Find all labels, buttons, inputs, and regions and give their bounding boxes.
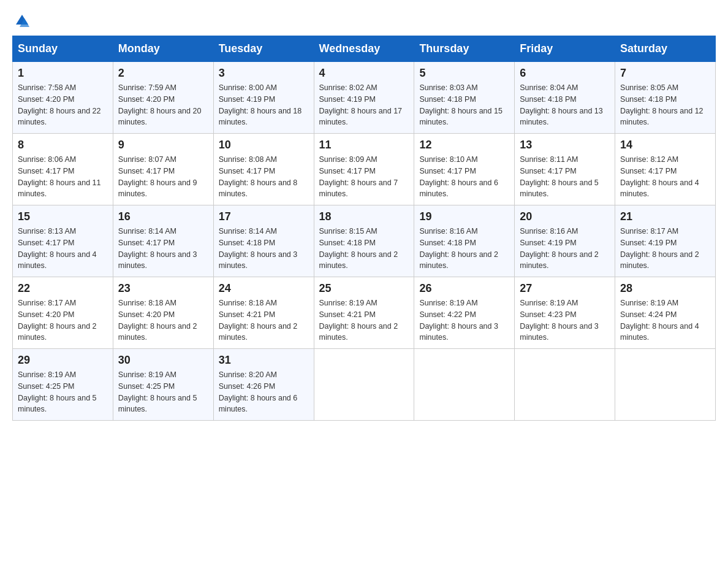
day-of-week-header: Tuesday xyxy=(213,36,314,62)
day-number: 24 xyxy=(219,282,309,295)
day-of-week-header: Sunday xyxy=(13,36,113,62)
calendar-day-cell: 15Sunrise: 8:13 AMSunset: 4:17 PMDayligh… xyxy=(13,205,113,277)
day-number: 22 xyxy=(18,282,108,295)
day-info: Sunrise: 7:59 AMSunset: 4:20 PMDaylight:… xyxy=(118,82,208,128)
day-info: Sunrise: 8:09 AMSunset: 4:17 PMDaylight:… xyxy=(319,154,409,200)
calendar-day-cell: 12Sunrise: 8:10 AMSunset: 4:17 PMDayligh… xyxy=(414,134,515,205)
day-info: Sunrise: 8:19 AMSunset: 4:25 PMDaylight:… xyxy=(18,369,108,415)
day-number: 17 xyxy=(219,210,309,223)
day-number: 20 xyxy=(520,210,610,223)
calendar-day-cell: 23Sunrise: 8:18 AMSunset: 4:20 PMDayligh… xyxy=(113,277,213,349)
calendar-day-cell: 30Sunrise: 8:19 AMSunset: 4:25 PMDayligh… xyxy=(113,349,213,421)
day-info: Sunrise: 8:11 AMSunset: 4:17 PMDaylight:… xyxy=(520,154,610,200)
day-number: 4 xyxy=(319,67,409,80)
calendar-day-cell: 4Sunrise: 8:02 AMSunset: 4:19 PMDaylight… xyxy=(314,62,414,134)
day-number: 30 xyxy=(118,354,208,367)
day-info: Sunrise: 8:08 AMSunset: 4:17 PMDaylight:… xyxy=(219,154,309,200)
day-number: 31 xyxy=(219,354,309,367)
day-info: Sunrise: 8:19 AMSunset: 4:23 PMDaylight:… xyxy=(520,297,610,343)
day-of-week-header: Monday xyxy=(113,36,213,62)
day-of-week-header: Wednesday xyxy=(314,36,414,62)
day-info: Sunrise: 8:18 AMSunset: 4:20 PMDaylight:… xyxy=(118,297,208,343)
calendar-day-cell: 29Sunrise: 8:19 AMSunset: 4:25 PMDayligh… xyxy=(13,349,113,421)
calendar-day-cell: 28Sunrise: 8:19 AMSunset: 4:24 PMDayligh… xyxy=(615,277,716,349)
day-info: Sunrise: 8:05 AMSunset: 4:18 PMDaylight:… xyxy=(620,82,710,128)
day-number: 5 xyxy=(419,67,509,80)
day-of-week-header: Friday xyxy=(515,36,615,62)
calendar-day-cell: 31Sunrise: 8:20 AMSunset: 4:26 PMDayligh… xyxy=(213,349,314,421)
day-number: 16 xyxy=(118,210,208,223)
day-number: 9 xyxy=(118,139,208,151)
day-info: Sunrise: 8:17 AMSunset: 4:20 PMDaylight:… xyxy=(18,297,108,343)
day-number: 12 xyxy=(419,139,509,151)
day-number: 2 xyxy=(118,67,208,80)
day-number: 14 xyxy=(620,139,710,151)
day-number: 21 xyxy=(620,210,710,223)
day-info: Sunrise: 8:12 AMSunset: 4:17 PMDaylight:… xyxy=(620,154,710,200)
day-info: Sunrise: 8:03 AMSunset: 4:18 PMDaylight:… xyxy=(419,82,509,128)
day-of-week-header: Saturday xyxy=(615,36,716,62)
day-number: 29 xyxy=(18,354,108,367)
calendar-day-cell: 6Sunrise: 8:04 AMSunset: 4:18 PMDaylight… xyxy=(515,62,615,134)
day-number: 28 xyxy=(620,282,710,295)
day-info: Sunrise: 8:00 AMSunset: 4:19 PMDaylight:… xyxy=(219,82,309,128)
calendar-day-cell xyxy=(515,349,615,421)
calendar-day-cell: 11Sunrise: 8:09 AMSunset: 4:17 PMDayligh… xyxy=(314,134,414,205)
logo xyxy=(12,12,32,29)
day-number: 27 xyxy=(520,282,610,295)
calendar-week-row: 22Sunrise: 8:17 AMSunset: 4:20 PMDayligh… xyxy=(13,277,716,349)
day-number: 6 xyxy=(520,67,610,80)
calendar-week-row: 8Sunrise: 8:06 AMSunset: 4:17 PMDaylight… xyxy=(13,134,716,205)
day-info: Sunrise: 8:18 AMSunset: 4:21 PMDaylight:… xyxy=(219,297,309,343)
day-number: 15 xyxy=(18,210,108,223)
day-number: 11 xyxy=(319,139,409,151)
calendar-day-cell: 21Sunrise: 8:17 AMSunset: 4:19 PMDayligh… xyxy=(615,205,716,277)
calendar-day-cell: 25Sunrise: 8:19 AMSunset: 4:21 PMDayligh… xyxy=(314,277,414,349)
calendar-day-cell xyxy=(615,349,716,421)
calendar-day-cell: 13Sunrise: 8:11 AMSunset: 4:17 PMDayligh… xyxy=(515,134,615,205)
calendar-day-cell: 2Sunrise: 7:59 AMSunset: 4:20 PMDaylight… xyxy=(113,62,213,134)
day-info: Sunrise: 7:58 AMSunset: 4:20 PMDaylight:… xyxy=(18,82,108,128)
calendar-day-cell: 9Sunrise: 8:07 AMSunset: 4:17 PMDaylight… xyxy=(113,134,213,205)
calendar-day-cell xyxy=(314,349,414,421)
calendar-day-cell: 8Sunrise: 8:06 AMSunset: 4:17 PMDaylight… xyxy=(13,134,113,205)
calendar-day-cell: 26Sunrise: 8:19 AMSunset: 4:22 PMDayligh… xyxy=(414,277,515,349)
day-number: 25 xyxy=(319,282,409,295)
day-number: 7 xyxy=(620,67,710,80)
calendar-day-cell: 20Sunrise: 8:16 AMSunset: 4:19 PMDayligh… xyxy=(515,205,615,277)
page-header xyxy=(12,12,716,29)
day-info: Sunrise: 8:17 AMSunset: 4:19 PMDaylight:… xyxy=(620,226,710,272)
day-info: Sunrise: 8:19 AMSunset: 4:21 PMDaylight:… xyxy=(319,297,409,343)
day-info: Sunrise: 8:15 AMSunset: 4:18 PMDaylight:… xyxy=(319,226,409,272)
day-number: 1 xyxy=(18,67,108,80)
day-number: 3 xyxy=(219,67,309,80)
calendar-day-cell: 10Sunrise: 8:08 AMSunset: 4:17 PMDayligh… xyxy=(213,134,314,205)
calendar-day-cell: 1Sunrise: 7:58 AMSunset: 4:20 PMDaylight… xyxy=(13,62,113,134)
calendar-day-cell: 7Sunrise: 8:05 AMSunset: 4:18 PMDaylight… xyxy=(615,62,716,134)
day-number: 23 xyxy=(118,282,208,295)
calendar-day-cell: 22Sunrise: 8:17 AMSunset: 4:20 PMDayligh… xyxy=(13,277,113,349)
calendar-day-cell: 18Sunrise: 8:15 AMSunset: 4:18 PMDayligh… xyxy=(314,205,414,277)
calendar-day-cell: 24Sunrise: 8:18 AMSunset: 4:21 PMDayligh… xyxy=(213,277,314,349)
calendar-day-cell: 3Sunrise: 8:00 AMSunset: 4:19 PMDaylight… xyxy=(213,62,314,134)
calendar-day-cell: 5Sunrise: 8:03 AMSunset: 4:18 PMDaylight… xyxy=(414,62,515,134)
calendar-day-cell: 14Sunrise: 8:12 AMSunset: 4:17 PMDayligh… xyxy=(615,134,716,205)
day-info: Sunrise: 8:16 AMSunset: 4:18 PMDaylight:… xyxy=(419,226,509,272)
day-info: Sunrise: 8:19 AMSunset: 4:24 PMDaylight:… xyxy=(620,297,710,343)
day-number: 13 xyxy=(520,139,610,151)
calendar-day-cell: 16Sunrise: 8:14 AMSunset: 4:17 PMDayligh… xyxy=(113,205,213,277)
day-info: Sunrise: 8:04 AMSunset: 4:18 PMDaylight:… xyxy=(520,82,610,128)
day-info: Sunrise: 8:16 AMSunset: 4:19 PMDaylight:… xyxy=(520,226,610,272)
calendar-header-row: SundayMondayTuesdayWednesdayThursdayFrid… xyxy=(13,36,716,62)
calendar-day-cell: 27Sunrise: 8:19 AMSunset: 4:23 PMDayligh… xyxy=(515,277,615,349)
calendar-week-row: 29Sunrise: 8:19 AMSunset: 4:25 PMDayligh… xyxy=(13,349,716,421)
day-number: 10 xyxy=(219,139,309,151)
calendar-day-cell: 19Sunrise: 8:16 AMSunset: 4:18 PMDayligh… xyxy=(414,205,515,277)
day-info: Sunrise: 8:14 AMSunset: 4:17 PMDaylight:… xyxy=(118,226,208,272)
day-number: 18 xyxy=(319,210,409,223)
day-of-week-header: Thursday xyxy=(414,36,515,62)
day-info: Sunrise: 8:06 AMSunset: 4:17 PMDaylight:… xyxy=(18,154,108,200)
day-number: 19 xyxy=(419,210,509,223)
calendar-day-cell: 17Sunrise: 8:14 AMSunset: 4:18 PMDayligh… xyxy=(213,205,314,277)
logo-icon xyxy=(13,12,31,29)
